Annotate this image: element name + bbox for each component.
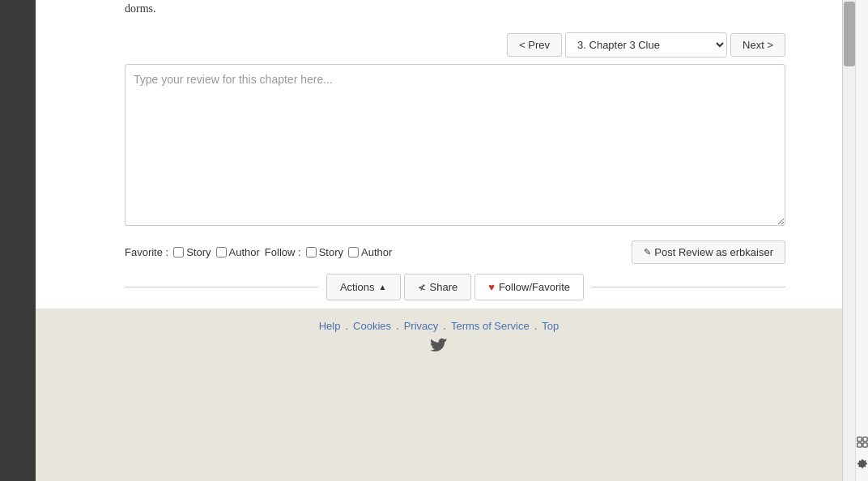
follow-story-checkbox[interactable]	[306, 247, 317, 258]
help-link[interactable]: Help	[319, 320, 341, 332]
favorite-author-label[interactable]: Author	[216, 246, 260, 258]
left-sidebar	[0, 0, 36, 481]
follow-author-text: Author	[361, 246, 392, 258]
follow-fav-label: Follow/Favorite	[499, 281, 570, 293]
share-icon: ≮	[418, 282, 426, 293]
favorite-story-text: Story	[186, 246, 211, 258]
favorite-follow-options: Favorite : Story Author Follow : Story A…	[125, 246, 625, 258]
svg-rect-2	[857, 443, 861, 447]
prev-button[interactable]: < Prev	[507, 33, 562, 57]
top-link[interactable]: Top	[542, 320, 559, 332]
cookies-link[interactable]: Cookies	[353, 320, 391, 332]
favorite-label: Favorite :	[125, 246, 168, 258]
sep-4: .	[534, 320, 538, 332]
action-row: Actions ▲ ≮ Share ♥ Follow/Favorite	[36, 269, 842, 309]
edit-icon: ✎	[644, 247, 651, 258]
next-button[interactable]: Next >	[730, 33, 785, 57]
actions-label: Actions	[340, 281, 375, 293]
caret-up-icon: ▲	[379, 283, 387, 292]
scrollbar-thumb[interactable]	[844, 2, 855, 66]
sep-3: .	[443, 320, 446, 332]
review-textarea[interactable]	[125, 64, 785, 226]
follow-author-checkbox[interactable]	[348, 247, 359, 258]
share-label: Share	[430, 281, 458, 293]
sep-1: .	[345, 320, 348, 332]
follow-favorite-button[interactable]: ♥ Follow/Favorite	[474, 274, 584, 300]
footer: Help . Cookies . Privacy . Terms of Serv…	[36, 309, 842, 481]
chapter-navigation: < Prev 3. Chapter 3 Clue Next >	[36, 26, 842, 64]
actions-button[interactable]: Actions ▲	[326, 274, 401, 300]
heart-icon: ♥	[488, 281, 495, 293]
footer-links: Help . Cookies . Privacy . Terms of Serv…	[319, 320, 560, 332]
tos-link[interactable]: Terms of Service	[451, 320, 530, 332]
layout-icon[interactable]	[854, 434, 869, 450]
left-divider	[125, 287, 318, 287]
follow-story-label[interactable]: Story	[306, 246, 343, 258]
favorite-author-checkbox[interactable]	[216, 247, 227, 258]
svg-rect-3	[862, 443, 866, 447]
scrollbar[interactable]	[842, 0, 855, 481]
svg-rect-0	[857, 437, 861, 441]
svg-rect-1	[862, 437, 866, 441]
follow-author-label[interactable]: Author	[348, 246, 392, 258]
chapter-select[interactable]: 3. Chapter 3 Clue	[565, 32, 727, 57]
twitter-icon[interactable]	[430, 338, 448, 360]
settings-icon[interactable]	[854, 457, 869, 473]
main-content: dorms. < Prev 3. Chapter 3 Clue Next > F…	[36, 0, 842, 481]
right-sidebar	[855, 0, 868, 481]
follow-label: Follow :	[265, 246, 301, 258]
favorite-story-checkbox[interactable]	[173, 247, 184, 258]
story-text: dorms.	[125, 2, 156, 15]
sep-2: .	[396, 320, 399, 332]
follow-story-text: Story	[319, 246, 343, 258]
favorite-follow-row: Favorite : Story Author Follow : Story A…	[36, 236, 842, 269]
post-review-button[interactable]: ✎ Post Review as erbkaiser	[632, 240, 785, 264]
post-review-label: Post Review as erbkaiser	[654, 246, 773, 258]
right-divider	[592, 287, 785, 287]
story-text-content: dorms.	[36, 0, 842, 26]
share-button[interactable]: ≮ Share	[404, 274, 472, 300]
favorite-story-label[interactable]: Story	[173, 246, 211, 258]
favorite-author-text: Author	[229, 246, 260, 258]
review-section	[36, 64, 842, 236]
action-buttons: Actions ▲ ≮ Share ♥ Follow/Favorite	[318, 274, 592, 300]
privacy-link[interactable]: Privacy	[404, 320, 439, 332]
